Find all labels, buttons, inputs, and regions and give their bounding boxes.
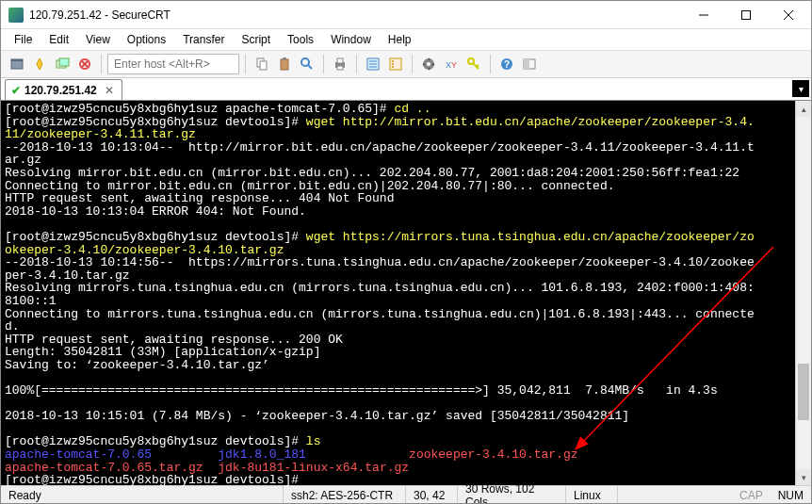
key-button[interactable]: [463, 54, 484, 74]
svg-rect-8: [281, 59, 288, 70]
connected-icon: ✔: [11, 84, 21, 97]
menu-transfer[interactable]: Transfer: [175, 31, 232, 48]
vertical-scrollbar[interactable]: ▴ ▾: [795, 101, 811, 485]
scroll-thumb[interactable]: [798, 364, 809, 420]
svg-point-16: [392, 60, 394, 62]
status-num: NUM: [771, 486, 811, 504]
scroll-up-button[interactable]: ▴: [796, 101, 811, 117]
connect-tab-button[interactable]: [52, 54, 73, 74]
status-ready: Ready: [1, 486, 284, 504]
window-title: 120.79.251.42 - SecureCRT: [29, 8, 682, 22]
maximize-button[interactable]: [724, 1, 767, 28]
menu-script[interactable]: Script: [234, 31, 278, 48]
status-dimensions: 30 Rows, 102 Cols: [458, 486, 566, 504]
copy-button[interactable]: [252, 54, 272, 74]
find-button[interactable]: [297, 54, 317, 74]
session-tab[interactable]: ✔ 120.79.251.42 ✕: [5, 79, 122, 100]
script-button[interactable]: [418, 54, 439, 74]
help-button[interactable]: ?: [496, 54, 517, 74]
svg-rect-2: [11, 59, 23, 61]
toolbar-separator: [356, 55, 357, 73]
status-cipher: ssh2: AES-256-CTR: [284, 486, 406, 504]
status-cap: CAP: [732, 486, 771, 504]
svg-rect-7: [260, 61, 267, 70]
print-button[interactable]: [330, 54, 350, 74]
svg-point-18: [392, 66, 394, 68]
toolbar-separator: [323, 55, 324, 73]
svg-rect-9: [283, 57, 286, 60]
toolbar: XY ?: [1, 50, 811, 78]
quick-connect-button[interactable]: [29, 54, 50, 74]
menu-window[interactable]: Window: [323, 31, 379, 48]
toolbar-separator: [490, 55, 491, 73]
menu-options[interactable]: Options: [120, 31, 173, 48]
terminal-area: [root@izwz95cncu5y8xbg6hy1suz apache-tom…: [1, 101, 811, 485]
svg-rect-15: [390, 58, 401, 70]
status-cursor-pos: 30, 42: [406, 486, 458, 504]
svg-text:Y: Y: [451, 60, 457, 70]
tabbar: ✔ 120.79.251.42 ✕ ▾: [1, 78, 811, 101]
status-os: Linux: [566, 486, 618, 504]
svg-rect-0: [741, 10, 750, 19]
reconnect-button[interactable]: [74, 54, 95, 74]
svg-rect-4: [59, 58, 69, 66]
close-button[interactable]: [767, 1, 809, 28]
session-manager-button[interactable]: [7, 54, 27, 74]
tab-menu-button[interactable]: ▾: [792, 80, 809, 97]
svg-rect-27: [524, 59, 529, 69]
menu-file[interactable]: File: [7, 31, 40, 48]
menu-help[interactable]: Help: [381, 31, 419, 48]
minimize-button[interactable]: [682, 1, 724, 28]
titlebar: 120.79.251.42 - SecureCRT: [1, 1, 811, 29]
svg-text:?: ?: [504, 59, 510, 70]
tab-label: 120.79.251.42: [24, 84, 97, 97]
host-input[interactable]: [107, 54, 239, 74]
toolbar-separator: [245, 55, 246, 73]
svg-point-17: [392, 63, 394, 65]
app-icon: [8, 8, 24, 23]
scroll-track[interactable]: [796, 117, 811, 469]
paste-button[interactable]: [274, 54, 295, 74]
options-button[interactable]: [385, 54, 406, 74]
menubar: File Edit View Options Transfer Script T…: [1, 29, 811, 50]
toggle-button[interactable]: [519, 54, 540, 74]
menu-edit[interactable]: Edit: [41, 31, 76, 48]
svg-point-10: [301, 58, 309, 66]
toolbar-separator: [101, 55, 102, 73]
svg-point-20: [427, 62, 430, 66]
scroll-down-button[interactable]: ▾: [796, 469, 811, 485]
svg-rect-12: [337, 58, 343, 63]
svg-rect-13: [337, 66, 343, 70]
xy-button[interactable]: XY: [441, 54, 462, 74]
tab-close-icon[interactable]: ✕: [105, 84, 114, 97]
properties-button[interactable]: [363, 54, 383, 74]
toolbar-separator: [412, 55, 413, 73]
menu-view[interactable]: View: [78, 31, 118, 48]
menu-tools[interactable]: Tools: [280, 31, 321, 48]
terminal[interactable]: [root@izwz95cncu5y8xbg6hy1suz apache-tom…: [1, 101, 811, 489]
